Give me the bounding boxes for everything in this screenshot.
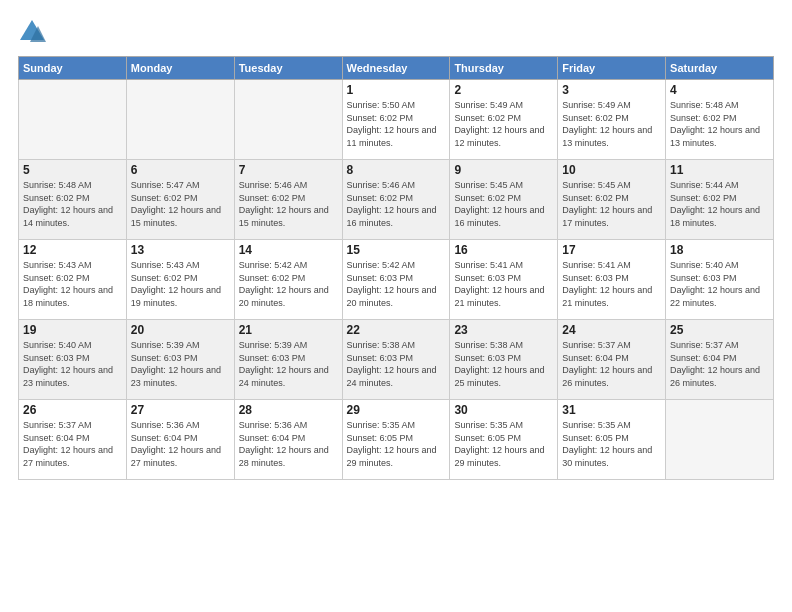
calendar-cell: 16Sunrise: 5:41 AM Sunset: 6:03 PM Dayli… [450, 240, 558, 320]
col-header-wednesday: Wednesday [342, 57, 450, 80]
calendar-cell: 2Sunrise: 5:49 AM Sunset: 6:02 PM Daylig… [450, 80, 558, 160]
day-number: 20 [131, 323, 230, 337]
day-number: 4 [670, 83, 769, 97]
day-number: 10 [562, 163, 661, 177]
day-info: Sunrise: 5:42 AM Sunset: 6:03 PM Dayligh… [347, 259, 446, 309]
day-info: Sunrise: 5:43 AM Sunset: 6:02 PM Dayligh… [131, 259, 230, 309]
day-info: Sunrise: 5:45 AM Sunset: 6:02 PM Dayligh… [562, 179, 661, 229]
day-info: Sunrise: 5:49 AM Sunset: 6:02 PM Dayligh… [562, 99, 661, 149]
day-info: Sunrise: 5:39 AM Sunset: 6:03 PM Dayligh… [131, 339, 230, 389]
week-row-1: 1Sunrise: 5:50 AM Sunset: 6:02 PM Daylig… [19, 80, 774, 160]
calendar-cell: 10Sunrise: 5:45 AM Sunset: 6:02 PM Dayli… [558, 160, 666, 240]
day-number: 24 [562, 323, 661, 337]
header [18, 18, 774, 46]
calendar-cell: 21Sunrise: 5:39 AM Sunset: 6:03 PM Dayli… [234, 320, 342, 400]
day-number: 19 [23, 323, 122, 337]
day-info: Sunrise: 5:35 AM Sunset: 6:05 PM Dayligh… [347, 419, 446, 469]
calendar-cell: 11Sunrise: 5:44 AM Sunset: 6:02 PM Dayli… [666, 160, 774, 240]
day-info: Sunrise: 5:37 AM Sunset: 6:04 PM Dayligh… [562, 339, 661, 389]
day-number: 2 [454, 83, 553, 97]
day-info: Sunrise: 5:35 AM Sunset: 6:05 PM Dayligh… [454, 419, 553, 469]
day-number: 11 [670, 163, 769, 177]
logo [18, 18, 50, 46]
week-row-4: 19Sunrise: 5:40 AM Sunset: 6:03 PM Dayli… [19, 320, 774, 400]
day-number: 13 [131, 243, 230, 257]
calendar-cell: 31Sunrise: 5:35 AM Sunset: 6:05 PM Dayli… [558, 400, 666, 480]
day-info: Sunrise: 5:41 AM Sunset: 6:03 PM Dayligh… [454, 259, 553, 309]
day-info: Sunrise: 5:45 AM Sunset: 6:02 PM Dayligh… [454, 179, 553, 229]
day-info: Sunrise: 5:49 AM Sunset: 6:02 PM Dayligh… [454, 99, 553, 149]
day-number: 3 [562, 83, 661, 97]
day-number: 26 [23, 403, 122, 417]
day-number: 17 [562, 243, 661, 257]
day-info: Sunrise: 5:35 AM Sunset: 6:05 PM Dayligh… [562, 419, 661, 469]
day-number: 16 [454, 243, 553, 257]
calendar-cell: 4Sunrise: 5:48 AM Sunset: 6:02 PM Daylig… [666, 80, 774, 160]
calendar-cell: 12Sunrise: 5:43 AM Sunset: 6:02 PM Dayli… [19, 240, 127, 320]
calendar-cell: 14Sunrise: 5:42 AM Sunset: 6:02 PM Dayli… [234, 240, 342, 320]
calendar-cell [666, 400, 774, 480]
col-header-saturday: Saturday [666, 57, 774, 80]
col-header-sunday: Sunday [19, 57, 127, 80]
calendar-cell [126, 80, 234, 160]
col-header-monday: Monday [126, 57, 234, 80]
day-info: Sunrise: 5:47 AM Sunset: 6:02 PM Dayligh… [131, 179, 230, 229]
calendar-cell: 6Sunrise: 5:47 AM Sunset: 6:02 PM Daylig… [126, 160, 234, 240]
day-info: Sunrise: 5:48 AM Sunset: 6:02 PM Dayligh… [23, 179, 122, 229]
day-info: Sunrise: 5:44 AM Sunset: 6:02 PM Dayligh… [670, 179, 769, 229]
day-info: Sunrise: 5:40 AM Sunset: 6:03 PM Dayligh… [23, 339, 122, 389]
calendar-cell: 27Sunrise: 5:36 AM Sunset: 6:04 PM Dayli… [126, 400, 234, 480]
calendar-cell: 23Sunrise: 5:38 AM Sunset: 6:03 PM Dayli… [450, 320, 558, 400]
calendar-cell: 13Sunrise: 5:43 AM Sunset: 6:02 PM Dayli… [126, 240, 234, 320]
calendar-cell: 5Sunrise: 5:48 AM Sunset: 6:02 PM Daylig… [19, 160, 127, 240]
day-info: Sunrise: 5:39 AM Sunset: 6:03 PM Dayligh… [239, 339, 338, 389]
calendar-cell: 22Sunrise: 5:38 AM Sunset: 6:03 PM Dayli… [342, 320, 450, 400]
calendar-cell: 7Sunrise: 5:46 AM Sunset: 6:02 PM Daylig… [234, 160, 342, 240]
day-info: Sunrise: 5:37 AM Sunset: 6:04 PM Dayligh… [670, 339, 769, 389]
col-header-thursday: Thursday [450, 57, 558, 80]
day-number: 25 [670, 323, 769, 337]
day-info: Sunrise: 5:43 AM Sunset: 6:02 PM Dayligh… [23, 259, 122, 309]
day-info: Sunrise: 5:48 AM Sunset: 6:02 PM Dayligh… [670, 99, 769, 149]
day-number: 9 [454, 163, 553, 177]
calendar-cell: 25Sunrise: 5:37 AM Sunset: 6:04 PM Dayli… [666, 320, 774, 400]
day-info: Sunrise: 5:46 AM Sunset: 6:02 PM Dayligh… [239, 179, 338, 229]
day-number: 18 [670, 243, 769, 257]
day-info: Sunrise: 5:50 AM Sunset: 6:02 PM Dayligh… [347, 99, 446, 149]
day-info: Sunrise: 5:36 AM Sunset: 6:04 PM Dayligh… [239, 419, 338, 469]
col-header-friday: Friday [558, 57, 666, 80]
day-number: 14 [239, 243, 338, 257]
day-info: Sunrise: 5:38 AM Sunset: 6:03 PM Dayligh… [454, 339, 553, 389]
day-number: 15 [347, 243, 446, 257]
day-number: 31 [562, 403, 661, 417]
day-number: 12 [23, 243, 122, 257]
day-number: 29 [347, 403, 446, 417]
calendar-cell [19, 80, 127, 160]
calendar-table: SundayMondayTuesdayWednesdayThursdayFrid… [18, 56, 774, 480]
calendar-cell: 1Sunrise: 5:50 AM Sunset: 6:02 PM Daylig… [342, 80, 450, 160]
calendar-cell: 28Sunrise: 5:36 AM Sunset: 6:04 PM Dayli… [234, 400, 342, 480]
calendar-cell: 9Sunrise: 5:45 AM Sunset: 6:02 PM Daylig… [450, 160, 558, 240]
calendar-cell: 24Sunrise: 5:37 AM Sunset: 6:04 PM Dayli… [558, 320, 666, 400]
day-number: 7 [239, 163, 338, 177]
day-number: 1 [347, 83, 446, 97]
week-row-5: 26Sunrise: 5:37 AM Sunset: 6:04 PM Dayli… [19, 400, 774, 480]
col-header-tuesday: Tuesday [234, 57, 342, 80]
calendar-cell: 19Sunrise: 5:40 AM Sunset: 6:03 PM Dayli… [19, 320, 127, 400]
calendar-cell: 29Sunrise: 5:35 AM Sunset: 6:05 PM Dayli… [342, 400, 450, 480]
calendar-cell: 17Sunrise: 5:41 AM Sunset: 6:03 PM Dayli… [558, 240, 666, 320]
day-number: 6 [131, 163, 230, 177]
week-row-2: 5Sunrise: 5:48 AM Sunset: 6:02 PM Daylig… [19, 160, 774, 240]
calendar-cell [234, 80, 342, 160]
page: SundayMondayTuesdayWednesdayThursdayFrid… [0, 0, 792, 612]
day-number: 23 [454, 323, 553, 337]
day-number: 30 [454, 403, 553, 417]
calendar-cell: 15Sunrise: 5:42 AM Sunset: 6:03 PM Dayli… [342, 240, 450, 320]
day-number: 8 [347, 163, 446, 177]
day-number: 22 [347, 323, 446, 337]
calendar-cell: 3Sunrise: 5:49 AM Sunset: 6:02 PM Daylig… [558, 80, 666, 160]
day-info: Sunrise: 5:41 AM Sunset: 6:03 PM Dayligh… [562, 259, 661, 309]
day-number: 28 [239, 403, 338, 417]
day-number: 27 [131, 403, 230, 417]
day-info: Sunrise: 5:42 AM Sunset: 6:02 PM Dayligh… [239, 259, 338, 309]
